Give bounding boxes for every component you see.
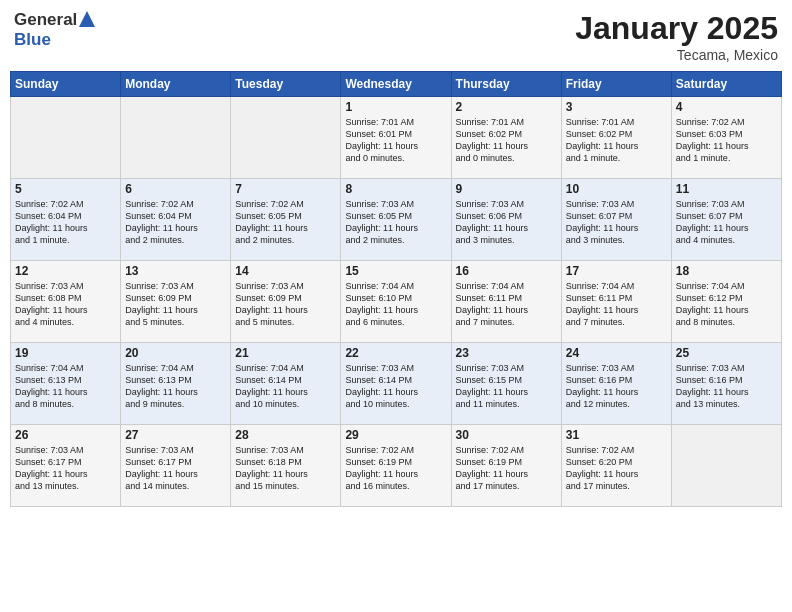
cell-info: Sunrise: 7:04 AM Sunset: 6:12 PM Dayligh…	[676, 280, 777, 329]
cell-info: Sunrise: 7:03 AM Sunset: 6:07 PM Dayligh…	[676, 198, 777, 247]
day-number: 1	[345, 100, 446, 114]
cell-info: Sunrise: 7:02 AM Sunset: 6:19 PM Dayligh…	[345, 444, 446, 493]
day-number: 23	[456, 346, 557, 360]
cell-info: Sunrise: 7:03 AM Sunset: 6:17 PM Dayligh…	[15, 444, 116, 493]
calendar-cell: 14Sunrise: 7:03 AM Sunset: 6:09 PM Dayli…	[231, 261, 341, 343]
cell-info: Sunrise: 7:01 AM Sunset: 6:02 PM Dayligh…	[566, 116, 667, 165]
calendar-week-row: 26Sunrise: 7:03 AM Sunset: 6:17 PM Dayli…	[11, 425, 782, 507]
logo: General Blue	[14, 10, 95, 50]
cell-info: Sunrise: 7:01 AM Sunset: 6:01 PM Dayligh…	[345, 116, 446, 165]
cell-info: Sunrise: 7:04 AM Sunset: 6:11 PM Dayligh…	[566, 280, 667, 329]
calendar-cell: 11Sunrise: 7:03 AM Sunset: 6:07 PM Dayli…	[671, 179, 781, 261]
calendar-cell	[671, 425, 781, 507]
day-number: 27	[125, 428, 226, 442]
day-number: 15	[345, 264, 446, 278]
day-number: 11	[676, 182, 777, 196]
calendar-cell: 4Sunrise: 7:02 AM Sunset: 6:03 PM Daylig…	[671, 97, 781, 179]
day-number: 17	[566, 264, 667, 278]
calendar-table: SundayMondayTuesdayWednesdayThursdayFrid…	[10, 71, 782, 507]
day-number: 26	[15, 428, 116, 442]
cell-info: Sunrise: 7:01 AM Sunset: 6:02 PM Dayligh…	[456, 116, 557, 165]
day-number: 16	[456, 264, 557, 278]
calendar-cell: 22Sunrise: 7:03 AM Sunset: 6:14 PM Dayli…	[341, 343, 451, 425]
day-number: 24	[566, 346, 667, 360]
day-header-monday: Monday	[121, 72, 231, 97]
svg-marker-0	[79, 11, 95, 27]
calendar-cell: 10Sunrise: 7:03 AM Sunset: 6:07 PM Dayli…	[561, 179, 671, 261]
cell-info: Sunrise: 7:03 AM Sunset: 6:15 PM Dayligh…	[456, 362, 557, 411]
day-number: 25	[676, 346, 777, 360]
day-number: 9	[456, 182, 557, 196]
cell-info: Sunrise: 7:03 AM Sunset: 6:16 PM Dayligh…	[676, 362, 777, 411]
day-number: 19	[15, 346, 116, 360]
calendar-cell: 21Sunrise: 7:04 AM Sunset: 6:14 PM Dayli…	[231, 343, 341, 425]
logo-triangle-icon	[79, 11, 95, 27]
cell-info: Sunrise: 7:03 AM Sunset: 6:07 PM Dayligh…	[566, 198, 667, 247]
calendar-cell: 9Sunrise: 7:03 AM Sunset: 6:06 PM Daylig…	[451, 179, 561, 261]
day-number: 22	[345, 346, 446, 360]
calendar-cell: 17Sunrise: 7:04 AM Sunset: 6:11 PM Dayli…	[561, 261, 671, 343]
title-block: January 2025 Tecama, Mexico	[575, 10, 778, 63]
day-number: 10	[566, 182, 667, 196]
calendar-cell: 7Sunrise: 7:02 AM Sunset: 6:05 PM Daylig…	[231, 179, 341, 261]
cell-info: Sunrise: 7:02 AM Sunset: 6:04 PM Dayligh…	[15, 198, 116, 247]
calendar-cell: 24Sunrise: 7:03 AM Sunset: 6:16 PM Dayli…	[561, 343, 671, 425]
cell-info: Sunrise: 7:03 AM Sunset: 6:14 PM Dayligh…	[345, 362, 446, 411]
calendar-cell: 25Sunrise: 7:03 AM Sunset: 6:16 PM Dayli…	[671, 343, 781, 425]
cell-info: Sunrise: 7:02 AM Sunset: 6:05 PM Dayligh…	[235, 198, 336, 247]
calendar-cell: 1Sunrise: 7:01 AM Sunset: 6:01 PM Daylig…	[341, 97, 451, 179]
cell-info: Sunrise: 7:04 AM Sunset: 6:13 PM Dayligh…	[125, 362, 226, 411]
cell-info: Sunrise: 7:04 AM Sunset: 6:11 PM Dayligh…	[456, 280, 557, 329]
day-header-wednesday: Wednesday	[341, 72, 451, 97]
day-number: 20	[125, 346, 226, 360]
calendar-cell: 26Sunrise: 7:03 AM Sunset: 6:17 PM Dayli…	[11, 425, 121, 507]
calendar-week-row: 5Sunrise: 7:02 AM Sunset: 6:04 PM Daylig…	[11, 179, 782, 261]
day-number: 5	[15, 182, 116, 196]
day-number: 12	[15, 264, 116, 278]
cell-info: Sunrise: 7:03 AM Sunset: 6:05 PM Dayligh…	[345, 198, 446, 247]
calendar-week-row: 12Sunrise: 7:03 AM Sunset: 6:08 PM Dayli…	[11, 261, 782, 343]
calendar-cell	[231, 97, 341, 179]
day-number: 13	[125, 264, 226, 278]
cell-info: Sunrise: 7:04 AM Sunset: 6:14 PM Dayligh…	[235, 362, 336, 411]
calendar-week-row: 19Sunrise: 7:04 AM Sunset: 6:13 PM Dayli…	[11, 343, 782, 425]
day-number: 28	[235, 428, 336, 442]
cell-info: Sunrise: 7:03 AM Sunset: 6:09 PM Dayligh…	[125, 280, 226, 329]
day-header-thursday: Thursday	[451, 72, 561, 97]
cell-info: Sunrise: 7:02 AM Sunset: 6:20 PM Dayligh…	[566, 444, 667, 493]
calendar-cell: 28Sunrise: 7:03 AM Sunset: 6:18 PM Dayli…	[231, 425, 341, 507]
location-subtitle: Tecama, Mexico	[575, 47, 778, 63]
calendar-cell: 19Sunrise: 7:04 AM Sunset: 6:13 PM Dayli…	[11, 343, 121, 425]
logo-general-text: General	[14, 10, 77, 30]
cell-info: Sunrise: 7:03 AM Sunset: 6:08 PM Dayligh…	[15, 280, 116, 329]
cell-info: Sunrise: 7:02 AM Sunset: 6:04 PM Dayligh…	[125, 198, 226, 247]
calendar-cell: 20Sunrise: 7:04 AM Sunset: 6:13 PM Dayli…	[121, 343, 231, 425]
calendar-cell: 16Sunrise: 7:04 AM Sunset: 6:11 PM Dayli…	[451, 261, 561, 343]
day-header-tuesday: Tuesday	[231, 72, 341, 97]
calendar-cell: 6Sunrise: 7:02 AM Sunset: 6:04 PM Daylig…	[121, 179, 231, 261]
month-year-title: January 2025	[575, 10, 778, 47]
calendar-cell: 18Sunrise: 7:04 AM Sunset: 6:12 PM Dayli…	[671, 261, 781, 343]
cell-info: Sunrise: 7:03 AM Sunset: 6:18 PM Dayligh…	[235, 444, 336, 493]
day-number: 2	[456, 100, 557, 114]
day-number: 7	[235, 182, 336, 196]
cell-info: Sunrise: 7:02 AM Sunset: 6:03 PM Dayligh…	[676, 116, 777, 165]
cell-info: Sunrise: 7:03 AM Sunset: 6:06 PM Dayligh…	[456, 198, 557, 247]
day-header-friday: Friday	[561, 72, 671, 97]
cell-info: Sunrise: 7:04 AM Sunset: 6:10 PM Dayligh…	[345, 280, 446, 329]
day-number: 14	[235, 264, 336, 278]
day-number: 4	[676, 100, 777, 114]
day-number: 29	[345, 428, 446, 442]
calendar-cell: 13Sunrise: 7:03 AM Sunset: 6:09 PM Dayli…	[121, 261, 231, 343]
calendar-cell: 12Sunrise: 7:03 AM Sunset: 6:08 PM Dayli…	[11, 261, 121, 343]
day-number: 21	[235, 346, 336, 360]
calendar-cell	[11, 97, 121, 179]
day-number: 8	[345, 182, 446, 196]
calendar-cell: 5Sunrise: 7:02 AM Sunset: 6:04 PM Daylig…	[11, 179, 121, 261]
cell-info: Sunrise: 7:03 AM Sunset: 6:17 PM Dayligh…	[125, 444, 226, 493]
cell-info: Sunrise: 7:04 AM Sunset: 6:13 PM Dayligh…	[15, 362, 116, 411]
day-number: 31	[566, 428, 667, 442]
calendar-cell: 3Sunrise: 7:01 AM Sunset: 6:02 PM Daylig…	[561, 97, 671, 179]
calendar-cell: 27Sunrise: 7:03 AM Sunset: 6:17 PM Dayli…	[121, 425, 231, 507]
calendar-cell: 2Sunrise: 7:01 AM Sunset: 6:02 PM Daylig…	[451, 97, 561, 179]
